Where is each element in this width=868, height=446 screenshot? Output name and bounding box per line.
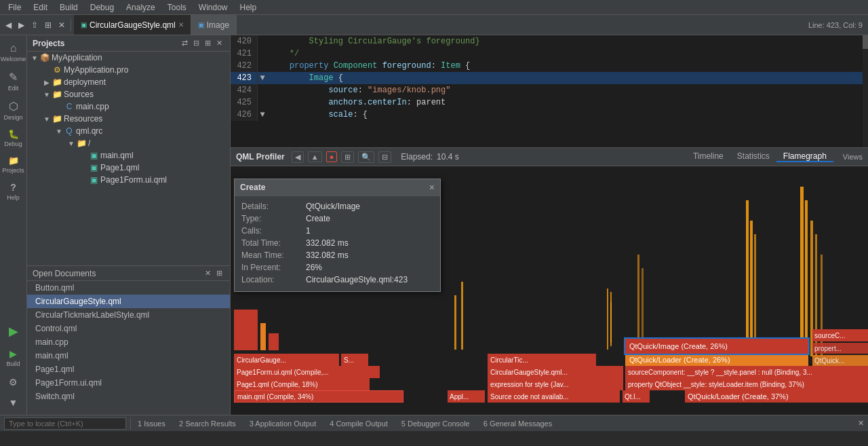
- flamegraph-bar-page1form[interactable]: Page1Form.ui.qml (Compile,...: [234, 366, 380, 378]
- profiler-tab-flamegraph[interactable]: Flamegraph: [776, 151, 833, 162]
- doc-item-switch[interactable]: Switch.qml: [27, 390, 230, 403]
- flamegraph-bar-appl[interactable]: Appl...: [448, 390, 485, 403]
- profiler-search[interactable]: 🔍: [358, 151, 374, 163]
- flamegraph-bar-mini1[interactable]: [234, 310, 258, 350]
- doc-item-maincpp[interactable]: main.cpp: [27, 335, 230, 349]
- profiler-toolbar: QML Profiler ◀ ▲ ● ⊞ 🔍 ⊟ Elapsed: 10.4 s…: [231, 147, 868, 166]
- menu-analyze[interactable]: Analyze: [121, 1, 161, 14]
- run-button[interactable]: ▶: [1, 320, 26, 343]
- flamegraph-bar-mini3[interactable]: [269, 333, 279, 350]
- open-docs-float-button[interactable]: ⊞: [214, 268, 224, 278]
- close-editor-button[interactable]: ✕: [56, 19, 68, 31]
- nav-back-button[interactable]: ◀: [3, 19, 14, 31]
- views-button[interactable]: Views: [843, 153, 863, 161]
- flamegraph-bar-circulartic[interactable]: CircularTic...: [488, 354, 596, 366]
- flamegraph-bar-page1qml[interactable]: Page1.qml (Compile, 18%): [234, 378, 370, 390]
- menu-build[interactable]: Build: [54, 1, 83, 14]
- open-docs-title: Open Documents: [33, 269, 96, 278]
- doc-item-circular-gauge[interactable]: CircularGaugeStyle.qml: [27, 295, 230, 308]
- menu-debug[interactable]: Debug: [85, 1, 119, 14]
- editor-profiler-area: 420 Styling CircularGauge's foreground} …: [231, 35, 868, 415]
- arrow-down-button[interactable]: ▼: [1, 393, 26, 412]
- tree-item-myapp-pro[interactable]: ⚙ MyApplication.pro: [27, 64, 230, 76]
- tree-label-page1form: Page1Form.ui.qml: [100, 175, 230, 185]
- tree-item-mainqml[interactable]: ▣ main.qml: [27, 149, 230, 162]
- flamegraph-bar-qtquick-image[interactable]: QtQuick/Image (Create, 26%): [625, 339, 808, 354]
- design-icon-btn[interactable]: ⬡ Design: [1, 96, 26, 125]
- doc-item-circular-tickmark[interactable]: CircularTickmarkLabelStyle.qml: [27, 308, 230, 322]
- sidebar-close-button[interactable]: ✕: [214, 38, 224, 48]
- bottom-close-button[interactable]: ✕: [854, 419, 868, 428]
- menu-window[interactable]: Window: [193, 1, 233, 14]
- menu-edit[interactable]: Edit: [28, 1, 53, 14]
- doc-item-control[interactable]: Control.qml: [27, 322, 230, 335]
- bottom-tab-general[interactable]: 6 General Messages: [477, 418, 559, 429]
- popup-label-mean: Mean Time:: [241, 250, 306, 260]
- flamegraph-bar-propert-top[interactable]: propert...: [812, 343, 868, 354]
- flamegraph-bar-qtquick-top[interactable]: QtQuick...: [812, 355, 868, 366]
- flamegraph-bar-circulargauge[interactable]: CircularGauge...: [234, 354, 339, 366]
- nav-forward-button[interactable]: ▶: [16, 19, 27, 31]
- doc-item-page1form[interactable]: Page1Form.ui.qml: [27, 376, 230, 390]
- flamegraph-bar-expression[interactable]: expression for style (Jav...: [488, 378, 623, 390]
- sidebar-expand-button[interactable]: ⊞: [203, 38, 213, 48]
- tree-item-resources[interactable]: ▼ 📁 Resources: [27, 113, 230, 125]
- bottom-tab-search-results[interactable]: 2 Search Results: [172, 418, 243, 429]
- profiler-tab-timeline[interactable]: Timeline: [686, 151, 730, 162]
- snapshot-button[interactable]: ⊞: [42, 19, 54, 31]
- code-editor: 420 Styling CircularGauge's foreground} …: [231, 35, 868, 147]
- profiler-filter[interactable]: ⊟: [378, 151, 391, 163]
- tree-item-page1formqml[interactable]: ▣ Page1Form.ui.qml: [27, 174, 230, 186]
- tab-image[interactable]: ▣ Image: [191, 15, 237, 35]
- flamegraph-bar-mainqml[interactable]: main.qml (Compile, 34%): [234, 390, 403, 403]
- help-icon-btn[interactable]: ? Help: [1, 178, 26, 205]
- debug-run-button[interactable]: ▶ Build: [1, 344, 26, 371]
- profiler-record[interactable]: ●: [326, 151, 338, 162]
- tab-close-circular[interactable]: ✕: [178, 21, 184, 29]
- flamegraph-bar-sourcecomp[interactable]: sourceComponent: __style ? __style.panel…: [625, 366, 868, 378]
- flamegraph-bar-qtquick-loader-37[interactable]: QtQuick/Loader (Create, 37%): [685, 390, 868, 403]
- bottom-tab-compile-output[interactable]: 4 Compile Output: [323, 418, 395, 429]
- flamegraph-bar-source-code[interactable]: Source code not availab...: [488, 390, 620, 403]
- open-docs-close-button[interactable]: ✕: [203, 268, 213, 278]
- menu-help[interactable]: Help: [235, 1, 262, 14]
- tree-item-sources[interactable]: ▼ 📁 Sources: [27, 88, 230, 100]
- flamegraph-bar-mini2[interactable]: [260, 323, 266, 350]
- flamegraph-bar-qtl[interactable]: Qt.l...: [623, 390, 650, 403]
- profiler-nav-back[interactable]: ◀: [292, 151, 304, 163]
- edit-icon-btn[interactable]: ✎ Edit: [1, 67, 26, 96]
- doc-item-page1qml[interactable]: Page1.qml: [27, 363, 230, 376]
- bottom-tab-issues[interactable]: 1 Issues: [131, 418, 172, 429]
- build-button[interactable]: ⚙: [1, 373, 26, 392]
- flamegraph-bar-s[interactable]: S...: [341, 354, 368, 366]
- tab-circular-gauge-style[interactable]: ▣ CircularGaugeStyle.qml ✕: [74, 15, 191, 35]
- debug-icon-btn[interactable]: 🐛 Debug: [1, 125, 26, 151]
- welcome-icon-btn[interactable]: ⌂ Welcome: [1, 38, 26, 67]
- doc-item-mainqml[interactable]: main.qml: [27, 349, 230, 363]
- nav-up-button[interactable]: ⇧: [28, 19, 41, 31]
- menu-tools[interactable]: Tools: [162, 1, 192, 14]
- search-input[interactable]: [4, 417, 126, 430]
- flamegraph-bar-sourcec-top[interactable]: sourceC...: [812, 329, 868, 341]
- tree-item-deployment[interactable]: ▶ 📁 deployment: [27, 76, 230, 88]
- tree-item-root-folder[interactable]: ▼ 📁 /: [27, 137, 230, 149]
- tree-item-qmlqrc[interactable]: ▼ Q qml.qrc: [27, 125, 230, 137]
- tree-item-myapplication[interactable]: ▼ 📦 MyApplication: [27, 52, 230, 64]
- flamegraph-bar-qtquick-loader-26[interactable]: QtQuick/Loader (Create, 26%): [625, 354, 808, 366]
- bottom-tab-debugger[interactable]: 5 Debugger Console: [395, 418, 477, 429]
- profiler-tab-statistics[interactable]: Statistics: [730, 151, 776, 162]
- profiler-zoom-in[interactable]: ▲: [308, 151, 322, 162]
- flamegraph-bar-property-qtstyle[interactable]: property QtObject __style: styleLoader.i…: [625, 378, 868, 390]
- flamegraph-bar-circulargaugestyleqml[interactable]: CircularGaugeStyle.qml...: [488, 366, 623, 378]
- sidebar-collapse-button[interactable]: ⊟: [191, 38, 201, 48]
- sidebar-sync-button[interactable]: ⇄: [180, 38, 190, 48]
- deployment-folder-icon: 📁: [52, 77, 62, 87]
- bottom-tab-app-output[interactable]: 3 Application Output: [243, 418, 323, 429]
- popup-close-button[interactable]: ×: [429, 182, 435, 193]
- menu-file[interactable]: File: [3, 1, 26, 14]
- tree-item-maincpp[interactable]: C main.cpp: [27, 100, 230, 113]
- projects-icon-btn[interactable]: 📁 Projects: [1, 151, 26, 178]
- profiler-snapshot[interactable]: ⊞: [341, 151, 354, 163]
- tree-item-page1qml[interactable]: ▣ Page1.qml: [27, 162, 230, 174]
- doc-item-button[interactable]: Button.qml: [27, 281, 230, 295]
